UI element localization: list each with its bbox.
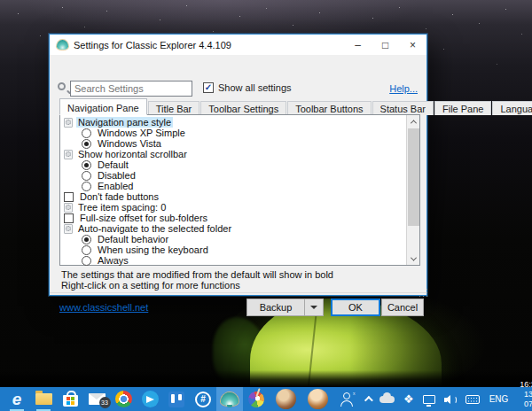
taskbar-people-icon[interactable]: ᵡ (333, 387, 360, 411)
ground-silhouette (0, 370, 532, 387)
cancel-button[interactable]: Cancel (381, 299, 424, 316)
option-default-behavior[interactable]: Default behavior (61, 234, 404, 244)
option-enabled[interactable]: Enabled (61, 181, 404, 191)
system-tray: ❖ ENG 16:20 13-07-2018 (360, 387, 532, 411)
resize-grip[interactable] (423, 292, 424, 293)
setting-dont-fade-buttons[interactable]: Don't fade buttons (61, 191, 404, 202)
setting-full-size-offset[interactable]: Full-size offset for sub-folders (61, 213, 404, 223)
avatar (308, 389, 328, 409)
setting-auto-navigate[interactable]: Auto-navigate to the selected folder (61, 223, 404, 234)
language-indicator[interactable]: ENG (484, 387, 514, 411)
touch-keyboard-icon[interactable] (461, 387, 484, 411)
setting-tree-item-spacing[interactable]: Tree item spacing: 0 (61, 202, 404, 213)
mail-unread-badge: 33 (99, 397, 111, 408)
desktop: Settings for Classic Explorer 4.4.109 – … (0, 0, 532, 411)
hidden-icons-chevron-icon[interactable] (360, 387, 375, 411)
setting-navigation-pane-style[interactable]: Navigation pane style (61, 117, 404, 128)
classicshell-website-link[interactable]: www.classicshell.net (59, 302, 148, 313)
onedrive-cloud-icon[interactable] (375, 387, 399, 411)
taskbar-trello-icon[interactable] (163, 387, 190, 411)
backup-button-label[interactable]: Backup (247, 302, 304, 313)
taskbar-contact-avatar-2[interactable] (301, 387, 333, 411)
show-all-settings[interactable]: ✓ Show all settings (203, 82, 292, 93)
radio-checked-icon[interactable] (82, 139, 91, 149)
note-bold-settings: The settings that are modified from the … (61, 269, 333, 280)
taskbar-store-icon[interactable] (57, 387, 83, 411)
option-disabled[interactable]: Disabled (61, 170, 404, 181)
classic-explorer-settings-window: Settings for Classic Explorer 4.4.109 – … (49, 34, 427, 296)
radio-checked-icon[interactable] (82, 160, 91, 170)
tab-navigation-pane[interactable]: Navigation Pane (59, 98, 147, 115)
taskbar-chrome-icon[interactable] (110, 387, 137, 411)
note-right-click: Right-click on a setting for more functi… (61, 280, 240, 291)
setting-gear-icon (64, 224, 73, 234)
scrollbar-thumb[interactable] (408, 128, 419, 226)
avatar (276, 389, 296, 409)
clock-time: 16:20 (520, 380, 532, 390)
tab-toolbar-settings[interactable]: Toolbar Settings (200, 101, 286, 115)
radio-unchecked-icon[interactable] (82, 128, 91, 138)
setting-gear-icon (64, 203, 73, 213)
backup-split-button[interactable]: Backup (246, 299, 324, 316)
chevron-down-icon (310, 306, 317, 309)
network-icon[interactable] (419, 387, 440, 411)
option-always[interactable]: Always (61, 255, 404, 266)
people-sparkle-icon: ᵡ (353, 391, 355, 397)
option-default[interactable]: Default (61, 159, 404, 170)
radio-unchecked-icon[interactable] (82, 256, 91, 266)
radio-unchecked-icon[interactable] (82, 245, 91, 255)
option-when-using-keyboard[interactable]: When using the keyboard (61, 244, 404, 255)
backup-dropdown[interactable] (304, 299, 323, 315)
classic-shell-app-icon (57, 40, 68, 50)
clock-date: 13-07-2018 (520, 390, 532, 411)
setting-gear-icon (64, 118, 73, 128)
tab-title-bar[interactable]: Title Bar (148, 101, 200, 115)
help-link[interactable]: Help... (389, 83, 418, 94)
taskbar-file-explorer-icon[interactable] (30, 387, 57, 411)
show-all-label: Show all settings (218, 82, 292, 93)
taskbar-classic-shell-icon[interactable] (216, 387, 243, 411)
volume-icon[interactable] (440, 387, 461, 411)
option-windows-xp-simple[interactable]: Windows XP Simple (61, 128, 404, 138)
close-button[interactable]: × (399, 35, 426, 55)
tab-status-bar[interactable]: Status Bar (372, 101, 434, 115)
taskbar-contact-avatar-1[interactable] (270, 387, 301, 411)
taskbar-edge-icon[interactable]: e (4, 387, 30, 411)
taskbar-app-circle-icon[interactable]: # (190, 387, 216, 411)
taskbar-pinned-apps: e 33 # ᵡ (4, 387, 360, 411)
setting-gear-icon (64, 150, 73, 159)
maximize-button[interactable]: □ (372, 35, 399, 55)
taskbar-paint-icon[interactable] (243, 387, 270, 411)
title-bar[interactable]: Settings for Classic Explorer 4.4.109 – … (50, 35, 426, 55)
tab-file-pane[interactable]: File Pane (434, 101, 491, 115)
settings-rows: Navigation pane style Windows XP Simple … (61, 117, 404, 266)
taskbar: e 33 # ᵡ ❖ (0, 387, 532, 411)
minimize-button[interactable]: – (344, 35, 372, 55)
taskbar-telegram-icon[interactable] (137, 387, 163, 411)
checkbox-unchecked-icon[interactable] (64, 213, 74, 223)
tab-toolbar-buttons[interactable]: Toolbar Buttons (287, 101, 371, 115)
show-all-checkbox[interactable]: ✓ (203, 82, 214, 93)
setting-show-horizontal-scrollbar[interactable]: Show horizontal scrollbar (61, 149, 404, 159)
scroll-down-arrow-icon[interactable] (407, 252, 420, 265)
vertical-scrollbar[interactable] (406, 115, 419, 265)
footer-separator (50, 292, 426, 293)
option-windows-vista[interactable]: Windows Vista (61, 138, 404, 149)
ok-button[interactable]: OK (331, 299, 380, 316)
search-icon (58, 82, 66, 90)
dialog-body: ✓ Show all settings Help... Navigation P… (50, 55, 426, 296)
dropbox-icon[interactable]: ❖ (399, 387, 419, 411)
clock[interactable]: 16:20 13-07-2018 (513, 387, 532, 411)
scroll-up-arrow-icon[interactable] (407, 115, 420, 128)
radio-unchecked-icon[interactable] (82, 182, 91, 191)
tab-language[interactable]: Language (492, 101, 532, 115)
settings-list-panel: Navigation pane style Windows XP Simple … (59, 114, 420, 266)
tab-strip: Navigation Pane Title Bar Toolbar Settin… (59, 98, 532, 115)
microsoft-logo-icon (66, 397, 70, 400)
stars (0, 0, 1, 1)
taskbar-mail-icon[interactable]: 33 (83, 387, 110, 411)
radio-unchecked-icon[interactable] (82, 171, 91, 181)
search-input[interactable] (70, 81, 192, 97)
checkbox-unchecked-icon[interactable] (64, 192, 74, 202)
radio-checked-icon[interactable] (82, 235, 91, 244)
